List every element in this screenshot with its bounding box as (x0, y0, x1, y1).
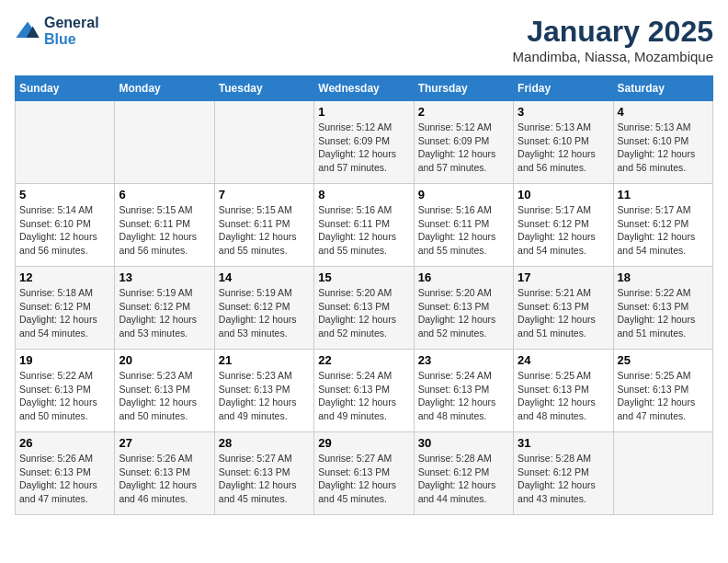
day-info: Sunrise: 5:15 AM Sunset: 6:11 PM Dayligh… (219, 203, 310, 258)
day-info: Sunrise: 5:25 AM Sunset: 6:13 PM Dayligh… (518, 369, 609, 423)
calendar-cell: 6Sunrise: 5:15 AM Sunset: 6:11 PM Daylig… (115, 184, 214, 267)
day-info: Sunrise: 5:13 AM Sunset: 6:10 PM Dayligh… (518, 121, 609, 175)
day-info: Sunrise: 5:27 AM Sunset: 6:13 PM Dayligh… (318, 452, 409, 506)
calendar-cell: 22Sunrise: 5:24 AM Sunset: 6:13 PM Dayli… (314, 350, 414, 432)
day-number: 2 (418, 105, 509, 119)
day-number: 9 (418, 188, 509, 201)
weekday-header-saturday: Saturday (613, 76, 712, 101)
day-info: Sunrise: 5:25 AM Sunset: 6:13 PM Dayligh… (618, 369, 709, 423)
calendar-cell: 10Sunrise: 5:17 AM Sunset: 6:12 PM Dayli… (514, 184, 613, 267)
day-number: 10 (518, 188, 609, 201)
calendar-cell: 23Sunrise: 5:24 AM Sunset: 6:13 PM Dayli… (414, 350, 513, 432)
day-info: Sunrise: 5:12 AM Sunset: 6:09 PM Dayligh… (418, 121, 509, 175)
day-number: 17 (518, 270, 609, 284)
calendar-week-4: 19Sunrise: 5:22 AM Sunset: 6:13 PM Dayli… (16, 350, 713, 432)
calendar-table: SundayMondayTuesdayWednesdayThursdayFrid… (15, 75, 713, 515)
day-number: 8 (318, 188, 409, 201)
day-info: Sunrise: 5:26 AM Sunset: 6:13 PM Dayligh… (19, 452, 110, 506)
day-info: Sunrise: 5:16 AM Sunset: 6:11 PM Dayligh… (418, 203, 509, 258)
day-info: Sunrise: 5:24 AM Sunset: 6:13 PM Dayligh… (418, 369, 509, 423)
day-number: 12 (19, 270, 110, 284)
day-number: 14 (219, 270, 310, 284)
calendar-cell: 26Sunrise: 5:26 AM Sunset: 6:13 PM Dayli… (16, 432, 115, 515)
calendar-week-1: 1Sunrise: 5:12 AM Sunset: 6:09 PM Daylig… (16, 101, 713, 184)
calendar-cell: 31Sunrise: 5:28 AM Sunset: 6:12 PM Dayli… (514, 432, 613, 515)
calendar-cell: 29Sunrise: 5:27 AM Sunset: 6:13 PM Dayli… (314, 432, 414, 515)
day-info: Sunrise: 5:23 AM Sunset: 6:13 PM Dayligh… (219, 369, 310, 423)
title-area: January 2025 Mandimba, Niassa, Mozambiqu… (513, 15, 713, 64)
calendar-cell: 27Sunrise: 5:26 AM Sunset: 6:13 PM Dayli… (115, 432, 214, 515)
day-info: Sunrise: 5:22 AM Sunset: 6:13 PM Dayligh… (19, 369, 110, 423)
calendar-cell: 7Sunrise: 5:15 AM Sunset: 6:11 PM Daylig… (214, 184, 313, 267)
day-number: 30 (418, 436, 509, 450)
calendar-cell: 18Sunrise: 5:22 AM Sunset: 6:13 PM Dayli… (613, 267, 712, 350)
day-info: Sunrise: 5:16 AM Sunset: 6:11 PM Dayligh… (318, 203, 409, 258)
calendar-cell: 15Sunrise: 5:20 AM Sunset: 6:13 PM Dayli… (314, 267, 414, 350)
day-number: 20 (119, 353, 210, 367)
day-number: 22 (318, 353, 409, 367)
calendar-week-2: 5Sunrise: 5:14 AM Sunset: 6:10 PM Daylig… (16, 184, 713, 267)
calendar-cell (613, 432, 712, 515)
calendar-cell: 4Sunrise: 5:13 AM Sunset: 6:10 PM Daylig… (613, 101, 712, 184)
day-info: Sunrise: 5:22 AM Sunset: 6:13 PM Dayligh… (618, 286, 709, 340)
calendar-cell: 30Sunrise: 5:28 AM Sunset: 6:12 PM Dayli… (414, 432, 513, 515)
calendar-cell: 14Sunrise: 5:19 AM Sunset: 6:12 PM Dayli… (214, 267, 313, 350)
day-number: 31 (518, 436, 609, 450)
calendar-cell: 25Sunrise: 5:25 AM Sunset: 6:13 PM Dayli… (613, 350, 712, 432)
calendar-cell: 17Sunrise: 5:21 AM Sunset: 6:13 PM Dayli… (514, 267, 613, 350)
weekday-header-monday: Monday (115, 76, 214, 101)
day-info: Sunrise: 5:12 AM Sunset: 6:09 PM Dayligh… (318, 121, 409, 175)
day-info: Sunrise: 5:24 AM Sunset: 6:13 PM Dayligh… (318, 369, 409, 423)
calendar-cell: 28Sunrise: 5:27 AM Sunset: 6:13 PM Dayli… (214, 432, 313, 515)
calendar-cell: 11Sunrise: 5:17 AM Sunset: 6:12 PM Dayli… (613, 184, 712, 267)
day-number: 16 (418, 270, 509, 284)
day-info: Sunrise: 5:17 AM Sunset: 6:12 PM Dayligh… (518, 203, 609, 258)
day-info: Sunrise: 5:14 AM Sunset: 6:10 PM Dayligh… (19, 203, 110, 258)
calendar-cell: 5Sunrise: 5:14 AM Sunset: 6:10 PM Daylig… (16, 184, 115, 267)
day-number: 24 (518, 353, 609, 367)
calendar-cell: 12Sunrise: 5:18 AM Sunset: 6:12 PM Dayli… (16, 267, 115, 350)
day-info: Sunrise: 5:17 AM Sunset: 6:12 PM Dayligh… (618, 203, 709, 258)
calendar-cell: 21Sunrise: 5:23 AM Sunset: 6:13 PM Dayli… (214, 350, 313, 432)
calendar-cell: 20Sunrise: 5:23 AM Sunset: 6:13 PM Dayli… (115, 350, 214, 432)
calendar-cell (16, 101, 115, 184)
calendar-cell: 13Sunrise: 5:19 AM Sunset: 6:12 PM Dayli… (115, 267, 214, 350)
day-info: Sunrise: 5:20 AM Sunset: 6:13 PM Dayligh… (318, 286, 409, 340)
day-number: 23 (418, 353, 509, 367)
day-info: Sunrise: 5:26 AM Sunset: 6:13 PM Dayligh… (119, 452, 210, 506)
day-number: 28 (219, 436, 310, 450)
day-number: 11 (618, 188, 709, 201)
calendar-cell: 24Sunrise: 5:25 AM Sunset: 6:13 PM Dayli… (514, 350, 613, 432)
day-info: Sunrise: 5:28 AM Sunset: 6:12 PM Dayligh… (518, 452, 609, 506)
day-number: 27 (119, 436, 210, 450)
calendar-header-row: SundayMondayTuesdayWednesdayThursdayFrid… (16, 76, 713, 101)
calendar-cell: 1Sunrise: 5:12 AM Sunset: 6:09 PM Daylig… (314, 101, 414, 184)
calendar-cell: 16Sunrise: 5:20 AM Sunset: 6:13 PM Dayli… (414, 267, 513, 350)
weekday-header-tuesday: Tuesday (214, 76, 313, 101)
day-number: 19 (19, 353, 110, 367)
weekday-header-wednesday: Wednesday (314, 76, 414, 101)
calendar-cell (115, 101, 214, 184)
weekday-header-friday: Friday (514, 76, 613, 101)
day-number: 6 (119, 188, 210, 201)
day-number: 5 (19, 188, 110, 201)
day-number: 26 (19, 436, 110, 450)
calendar-cell: 8Sunrise: 5:16 AM Sunset: 6:11 PM Daylig… (314, 184, 414, 267)
calendar-cell: 9Sunrise: 5:16 AM Sunset: 6:11 PM Daylig… (414, 184, 513, 267)
calendar-cell: 2Sunrise: 5:12 AM Sunset: 6:09 PM Daylig… (414, 101, 513, 184)
day-number: 4 (618, 105, 709, 119)
weekday-header-sunday: Sunday (16, 76, 115, 101)
main-title: January 2025 (513, 15, 713, 49)
calendar-week-3: 12Sunrise: 5:18 AM Sunset: 6:12 PM Dayli… (16, 267, 713, 350)
calendar-cell (214, 101, 313, 184)
day-number: 13 (119, 270, 210, 284)
day-info: Sunrise: 5:19 AM Sunset: 6:12 PM Dayligh… (119, 286, 210, 340)
day-info: Sunrise: 5:20 AM Sunset: 6:13 PM Dayligh… (418, 286, 509, 340)
day-number: 25 (618, 353, 709, 367)
logo-icon (15, 18, 40, 44)
day-info: Sunrise: 5:18 AM Sunset: 6:12 PM Dayligh… (19, 286, 110, 340)
day-info: Sunrise: 5:21 AM Sunset: 6:13 PM Dayligh… (518, 286, 609, 340)
header: General Blue January 2025 Mandimba, Nias… (15, 15, 713, 64)
day-info: Sunrise: 5:13 AM Sunset: 6:10 PM Dayligh… (618, 121, 709, 175)
day-number: 1 (318, 105, 409, 119)
